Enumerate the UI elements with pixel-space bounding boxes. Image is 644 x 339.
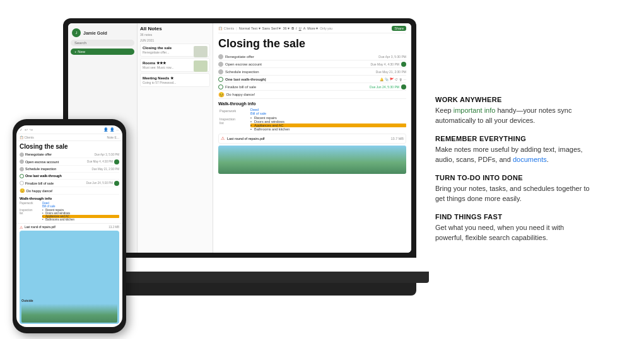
note-item[interactable]: Meeting Needs ★ Going to 57 Pinewood... — [140, 73, 210, 87]
phone-checkbox[interactable] — [20, 174, 24, 178]
task-text: Finalize bill of sale — [225, 85, 368, 89]
note-main-title: Closing the sale — [218, 37, 406, 50]
task-checkbox[interactable] — [218, 62, 223, 67]
phone-inspection-item: Bathrooms and kitchen — [42, 218, 119, 221]
phone-task-text: One last walk-through — [25, 174, 119, 178]
feature-title-4: FIND THINGS FAST — [435, 213, 593, 221]
attachment-name: Last round of repairs.pdf — [227, 137, 265, 141]
feature-title-1: WORK ANYWHERE — [435, 96, 593, 103]
phone-walk-title: Walk-through info — [20, 197, 119, 200]
phone-inspection-items: Recent repairs Doors and windows Applian… — [42, 209, 119, 221]
phone-task-due: Due Apr 3, 5:30 PM — [95, 153, 119, 156]
note-item[interactable]: Rooms ★★★ Must see: Music row... — [140, 58, 210, 72]
feature-desc-1: Keep important info handy—your notes syn… — [435, 106, 593, 126]
task-checkbox[interactable] — [218, 84, 223, 89]
note-preview: Going to 57 Pinewood... — [143, 81, 208, 84]
attachment-size: 13.7 MB — [391, 137, 404, 141]
phone-task-text: Renegotiate offer — [25, 152, 93, 156]
phone-outside-label: Outside — [21, 299, 117, 302]
phone-checkbox[interactable] — [20, 167, 24, 171]
phone-task-item[interactable]: Schedule inspection Due May 21, 2:30 PM — [20, 166, 119, 173]
phone-outside-section: Outside — [20, 231, 119, 324]
phone-task-item[interactable]: 😊 Do happy dance! — [20, 187, 119, 195]
phone-checkbox[interactable] — [20, 152, 24, 157]
bill-of-sale-link[interactable]: Bill of sale — [250, 112, 406, 115]
person-icon[interactable]: 👤 — [110, 127, 114, 132]
task-item[interactable]: 😊 Do happy dance! — [218, 91, 406, 99]
task-item[interactable]: Schedule inspection Due May 21, 2:30 PM — [218, 68, 406, 76]
format-bold[interactable]: B — [291, 26, 294, 30]
feature-work-anywhere: WORK ANYWHERE Keep important info handy—… — [435, 96, 593, 126]
phone-breadcrumb: 📋 Clients Note E... — [16, 134, 122, 141]
toolbar-sep: | — [236, 26, 237, 30]
note-item[interactable]: Closing the sale Renegotiate offer... — [140, 43, 210, 57]
task-text: Do happy dance! — [226, 93, 406, 96]
redo-icon[interactable]: ↪ — [30, 127, 33, 132]
phone-checkbox[interactable] — [20, 181, 24, 185]
phone-paperwork-links: Deed Bill of sale — [42, 202, 119, 208]
feature-search: FIND THINGS FAST Get what you need, when… — [435, 213, 593, 243]
walk-through-table: Paperwork Deed Bill of sale Inspectionli… — [218, 108, 406, 131]
format-underline[interactable]: U — [299, 26, 302, 30]
phone-task-item[interactable]: Renegotiate offer Due Apr 3, 5:30 PM — [20, 151, 119, 158]
phone-checkbox[interactable] — [20, 159, 24, 164]
back-icon[interactable]: ✓ — [20, 127, 23, 132]
sidebar-search[interactable]: Search — [71, 40, 134, 46]
feature-todo: TURN TO-DO INTO DONE Bring your notes, t… — [435, 174, 593, 204]
task-list: Renegotiate offer Due Apr 3, 5:30 PM Ope… — [218, 53, 406, 99]
walk-through-title: Walk-through info — [218, 101, 406, 106]
share-button[interactable]: Share — [392, 26, 406, 31]
task-badge — [401, 62, 406, 67]
feature-title-3: TURN TO-DO INTO DONE — [435, 174, 593, 181]
phone-task-item[interactable]: Open escrow account Due May 4, 4:30 PM — [20, 158, 119, 166]
add-person-icon[interactable]: 👤 — [103, 127, 108, 132]
task-due: Due May 21, 2:30 PM — [376, 70, 406, 74]
format-normal-text[interactable]: Normal Text ▾ — [239, 26, 261, 30]
notes-panel-title: All Notes — [140, 26, 210, 32]
task-text: Schedule inspection — [225, 70, 374, 74]
sidebar-username: Jamie Gold — [83, 31, 107, 35]
task-checkbox[interactable] — [218, 77, 223, 82]
format-italic[interactable]: I — [296, 26, 297, 30]
task-item[interactable]: Renegotiate offer Due Apr 3, 5:30 PM — [218, 53, 406, 60]
phone-task-badge — [114, 159, 119, 164]
task-item[interactable]: One last walk-through| 🔔 📎 🚩 ⏱ 🗑 ··· — [218, 76, 406, 83]
more-icon[interactable]: ··· — [116, 128, 119, 132]
phone-task-text: Finalize bill of sale — [25, 181, 85, 185]
pdf-attachment[interactable]: ⚠ Last round of repairs.pdf 13.7 MB — [218, 134, 406, 144]
phone-walk-section: Walk-through info Paperwork Deed Bill of… — [16, 195, 122, 223]
new-note-button[interactable]: + New — [71, 49, 134, 55]
format-color[interactable]: A — [303, 26, 306, 30]
format-size[interactable]: 36 ▾ — [283, 26, 290, 30]
format-font[interactable]: Sans Serif ▾ — [262, 26, 281, 30]
devices-section: J Jamie Gold Search + New All Notes 36 n… — [13, 6, 416, 333]
task-actions: 🔔 📎 🚩 ⏱ 🗑 ··· — [380, 78, 406, 81]
task-item[interactable]: Open escrow account Due May 4, 4:30 PM — [218, 60, 406, 68]
inspection-items: Recent repairs Doors and windows Applian… — [250, 116, 406, 131]
sidebar-header: J Jamie Gold — [68, 26, 137, 38]
feature-title-2: REMEMBER EVERYTHING — [435, 135, 593, 142]
format-more[interactable]: More ▾ — [307, 26, 318, 30]
phone-body: ✓ ↩ ↪ 👤 👤 ··· 📋 Clients Note E... Closin… — [13, 119, 126, 333]
paperwork-links: Deed Bill of sale — [250, 108, 406, 115]
task-checkbox[interactable] — [218, 54, 223, 59]
notes-date-group: JUN 2021 — [140, 38, 210, 42]
highlight-important-info: important info — [454, 106, 496, 114]
task-checkbox[interactable] — [218, 69, 223, 74]
undo-icon[interactable]: ↩ — [25, 127, 28, 132]
only-you-label: Only you — [320, 26, 332, 30]
phone-task-due: Due May 4, 4:30 PM — [87, 160, 113, 163]
task-text: One last walk-through| — [225, 78, 378, 81]
phone-pdf-attachment[interactable]: ⚠ Last round of repairs.pdf 13.2 MB — [16, 223, 122, 231]
phone-task-item[interactable]: Finalize bill of sale Due Jun 24, 5:30 P… — [20, 180, 119, 187]
feature-remember: REMEMBER EVERYTHING Make notes more usef… — [435, 135, 593, 165]
phone-task-due: Due Jun 24, 5:30 PM — [86, 181, 113, 185]
phone-attachment-size: 13.2 MB — [108, 226, 119, 229]
paperwork-label: Paperwork — [218, 108, 250, 115]
phone-bill-link[interactable]: Bill of sale — [42, 205, 119, 208]
phone-task-item[interactable]: One last walk-through — [20, 173, 119, 180]
inspection-label: Inspectionlist — [218, 116, 250, 131]
task-item[interactable]: Finalize bill of sale Due Jun 24, 5:30 P… — [218, 83, 406, 91]
notes-count: 36 notes — [140, 33, 210, 37]
note-title: Meeting Needs ★ — [143, 76, 208, 80]
